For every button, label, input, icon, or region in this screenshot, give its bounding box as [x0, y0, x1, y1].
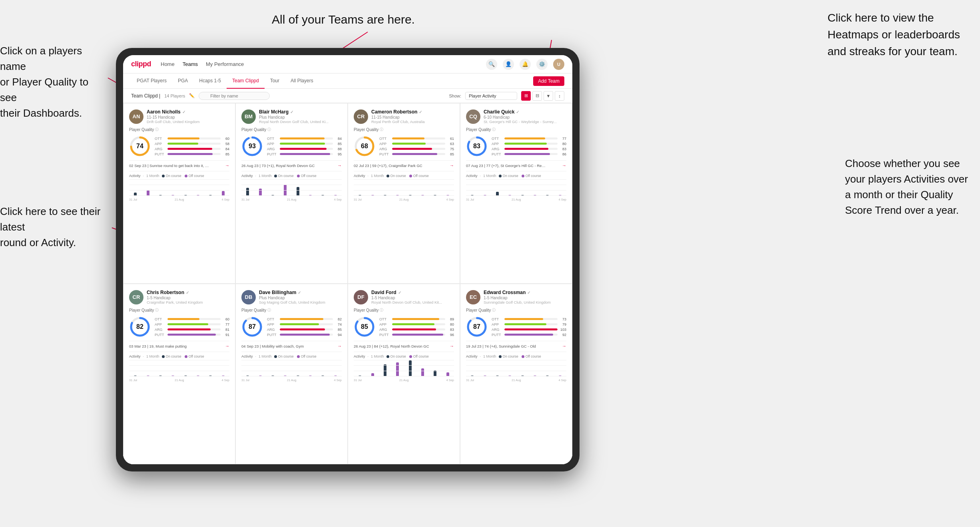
quality-circle[interactable]: 82: [129, 316, 151, 338]
quality-circle[interactable]: 85: [354, 316, 375, 338]
player-name[interactable]: Edward Crossman ✓: [484, 290, 566, 295]
activity-legend: On course Off course: [386, 174, 429, 178]
latest-round[interactable]: 19 Jul 23 | 74 (+4), Sunningdale GC - Ol…: [466, 341, 566, 348]
nav-home[interactable]: Home: [161, 60, 175, 68]
tab-all-players[interactable]: All Players: [285, 74, 319, 89]
round-text: 26 Aug 23 | 84 (+12), Royal North Devon …: [354, 344, 429, 348]
quality-circle[interactable]: 83: [466, 135, 488, 157]
add-team-button[interactable]: Add Team: [533, 76, 564, 86]
quality-bar-putt: PUTT 86: [492, 152, 566, 156]
quality-info-icon[interactable]: ⓘ: [267, 308, 271, 313]
quality-score: 85: [361, 323, 368, 330]
quality-bar-arg: ARG 81: [155, 328, 229, 332]
tab-tour[interactable]: Tour: [265, 74, 285, 89]
quality-section: 93 OTT 84 APP 85 ARG 88 PUTT 95: [241, 135, 342, 157]
quality-info-icon[interactable]: ⓘ: [380, 127, 383, 132]
quality-info-icon[interactable]: ⓘ: [492, 308, 496, 313]
activity-period[interactable]: 1 Month: [259, 174, 272, 178]
quality-info-icon[interactable]: ⓘ: [155, 308, 159, 313]
activity-title: Activity: [129, 354, 141, 358]
player-search-input[interactable]: [199, 92, 270, 100]
tab-pga[interactable]: PGA: [172, 74, 193, 89]
activity-separator: ·: [480, 354, 481, 358]
activity-period[interactable]: 1 Month: [259, 354, 272, 358]
user-icon[interactable]: 👤: [503, 59, 514, 70]
player-name[interactable]: David Ford ✓: [371, 290, 454, 295]
quality-label: Player Quality ⓘ: [129, 308, 229, 313]
verified-icon: ✓: [186, 290, 189, 295]
view-filter-button[interactable]: ▼: [544, 91, 553, 101]
latest-round[interactable]: 26 Aug 23 | 84 (+12), Royal North Devon …: [354, 341, 454, 348]
player-avatar: CR: [129, 290, 143, 304]
quality-bars: OTT 89 APP 80 ARG 83 PUTT 96: [379, 317, 454, 337]
quality-info-icon[interactable]: ⓘ: [155, 127, 159, 132]
player-handicap: 1-5 Handicap: [484, 296, 566, 300]
activity-period[interactable]: 1 Month: [371, 174, 384, 178]
quality-circle[interactable]: 87: [466, 316, 488, 338]
activity-chart: 31 Jul 21 Aug 4 Sep: [129, 360, 229, 382]
round-text: 02 Jul 23 | 59 (+17), Craigmillar Park G…: [354, 163, 422, 168]
activity-period[interactable]: 1 Month: [483, 354, 496, 358]
activity-period[interactable]: 1 Month: [146, 174, 159, 178]
player-name[interactable]: Chris Robertson ✓: [147, 290, 229, 295]
player-name[interactable]: Blair McHarg ✓: [259, 109, 342, 115]
round-text: 19 Jul 23 | 74 (+4), Sunningdale GC - Ol…: [466, 344, 536, 348]
search-icon[interactable]: 🔍: [486, 59, 497, 70]
view-sort-button[interactable]: ↕: [555, 91, 564, 101]
quality-circle[interactable]: 74: [129, 135, 151, 157]
quality-circle[interactable]: 93: [241, 135, 263, 157]
chart-labels: 31 Jul 21 Aug 4 Sep: [354, 198, 454, 201]
quality-bar-app: APP 79: [492, 322, 566, 326]
latest-round[interactable]: 26 Aug 23 | 73 (+1), Royal North Devon G…: [241, 160, 342, 168]
player-name[interactable]: Aaron Nicholls ✓: [147, 109, 229, 115]
nav-teams[interactable]: Teams: [183, 60, 198, 68]
quality-label: Player Quality ⓘ: [354, 308, 454, 313]
quality-bar-app: APP 80: [492, 142, 566, 146]
player-name[interactable]: Dave Billingham ✓: [259, 290, 342, 295]
activity-title: Activity: [466, 174, 478, 178]
legend-on-course: On course: [499, 174, 518, 178]
latest-round[interactable]: 02 Jul 23 | 59 (+17), Craigmillar Park G…: [354, 160, 454, 168]
quality-info-icon[interactable]: ⓘ: [267, 127, 271, 132]
activity-period[interactable]: 1 Month: [483, 174, 496, 178]
quality-info-icon[interactable]: ⓘ: [492, 127, 496, 132]
quality-section: 83 OTT 77 APP 80 ARG 83 PUTT 86: [466, 135, 566, 157]
quality-bar-app: APP 85: [267, 142, 342, 146]
activity-separator: ·: [368, 174, 369, 178]
bell-icon[interactable]: 🔔: [520, 59, 531, 70]
tab-hcaps[interactable]: Hcaps 1-5: [193, 74, 227, 89]
activity-section: Activity · 1 Month On course Off course: [129, 352, 229, 382]
tab-team-clippd[interactable]: Team Clippd: [227, 74, 265, 89]
view-grid-large-button[interactable]: ⊞: [521, 91, 531, 101]
player-name[interactable]: Charlie Quick ✓: [484, 109, 566, 115]
player-club: Royal Perth Golf Club, Australia: [371, 119, 454, 124]
nav-my-performance[interactable]: My Performance: [206, 60, 244, 68]
quality-bars: OTT 73 APP 79 ARG 103 PUTT 92: [492, 317, 566, 337]
latest-round[interactable]: 07 Aug 23 | 77 (+7), St George's Hill GC…: [466, 160, 566, 168]
chart-y-lines: [466, 179, 566, 196]
player-name[interactable]: Cameron Robertson ✓: [371, 109, 454, 115]
activity-period[interactable]: 1 Month: [146, 354, 159, 358]
tab-pgat-players[interactable]: PGAT Players: [131, 74, 172, 89]
quality-section: 87 OTT 73 APP 79 ARG 103 PUTT 92: [466, 316, 566, 338]
edit-icon[interactable]: ✏️: [189, 93, 195, 98]
quality-circle[interactable]: 68: [354, 135, 375, 157]
round-text: 07 Aug 23 | 77 (+7), St George's Hill GC…: [466, 163, 546, 168]
settings-icon[interactable]: ⚙️: [536, 59, 548, 70]
quality-bars: OTT 84 APP 85 ARG 88 PUTT 95: [267, 137, 342, 156]
user-avatar[interactable]: U: [553, 59, 564, 70]
legend-on-course: On course: [162, 354, 181, 358]
player-card-0: AN Aaron Nicholls ✓ 11-15 Handicap Drift…: [123, 103, 235, 284]
legend-off-course: Off course: [297, 354, 317, 358]
view-grid-small-button[interactable]: ⊟: [532, 91, 542, 101]
quality-circle[interactable]: 87: [241, 316, 263, 338]
latest-round[interactable]: 04 Sep 23 | Mobility with coach, Gym →: [241, 341, 342, 348]
quality-info-icon[interactable]: ⓘ: [380, 308, 383, 313]
activity-period[interactable]: 1 Month: [371, 354, 384, 358]
player-handicap: Plus Handicap: [259, 115, 342, 119]
latest-round[interactable]: 03 Mar 23 | 19, Must make putting →: [129, 341, 229, 348]
show-select[interactable]: Player Activity Quality Score Trend: [465, 92, 517, 100]
player-avatar: EC: [466, 290, 480, 304]
latest-round[interactable]: 02 Sep 23 | Sunrise round to get back in…: [129, 160, 229, 168]
round-arrow-icon: →: [562, 344, 566, 348]
